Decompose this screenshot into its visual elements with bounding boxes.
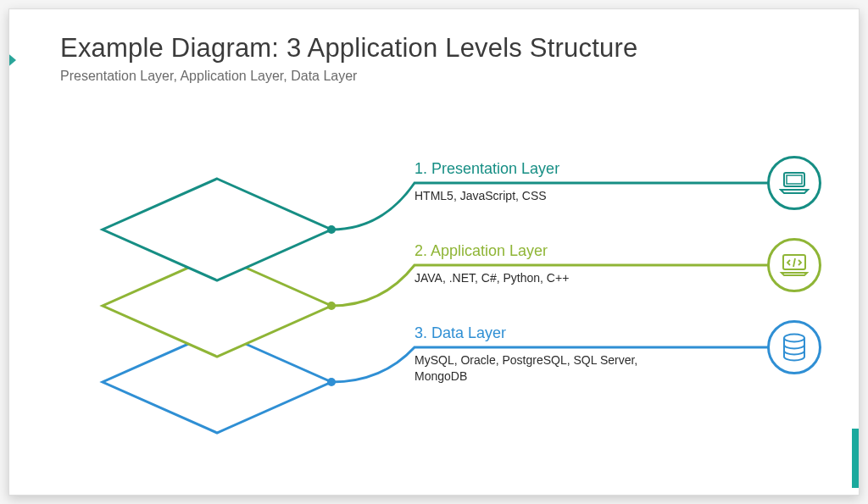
layer-diamond-data: [103, 331, 331, 433]
layer-name: Data Layer: [431, 324, 506, 341]
layer-title: 2. Application Layer: [415, 242, 804, 260]
slide-title: Example Diagram: 3 Application Levels St…: [60, 33, 808, 64]
connector-dot-presentation: [327, 225, 336, 234]
layer-entry-presentation: 1. Presentation Layer HTML5, JavaScript,…: [415, 160, 804, 204]
layer-desc: HTML5, JavaScript, CSS: [415, 188, 669, 204]
layer-desc: MySQL, Oracle, PostgreSQL, SQL Server, M…: [415, 352, 669, 385]
slide-subtitle: Presentation Layer, Application Layer, D…: [60, 69, 808, 84]
slide: Example Diagram: 3 Application Levels St…: [8, 8, 860, 496]
layer-number: 2.: [415, 242, 427, 259]
layer-title: 3. Data Layer: [415, 324, 804, 342]
layer-desc: JAVA, .NET, C#, Python, C++: [415, 270, 669, 286]
layer-name: Presentation Layer: [431, 160, 559, 177]
layer-icon-circle-presentation: [767, 156, 821, 210]
bottom-right-accent: [852, 429, 859, 488]
layer-entry-data: 3. Data Layer MySQL, Oracle, PostgreSQL,…: [415, 324, 804, 385]
laptop-icon: [779, 171, 810, 195]
connector-dot-data: [327, 378, 336, 386]
layer-diamond-presentation: [103, 179, 331, 280]
svg-rect-1: [787, 175, 802, 184]
database-icon: [781, 333, 808, 362]
header: Example Diagram: 3 Application Levels St…: [9, 9, 859, 91]
layer-diamond-application: [103, 255, 331, 357]
layer-icon-circle-data: [767, 320, 821, 374]
layer-icon-circle-application: [767, 238, 821, 292]
layer-number: 1.: [415, 160, 427, 177]
layer-number: 3.: [415, 324, 427, 341]
connector-dot-application: [327, 302, 336, 310]
layer-entry-application: 2. Application Layer JAVA, .NET, C#, Pyt…: [415, 242, 804, 286]
layer-title: 1. Presentation Layer: [415, 160, 804, 178]
svg-point-3: [784, 335, 804, 342]
layer-name: Application Layer: [431, 242, 548, 259]
code-laptop-icon: [779, 253, 810, 277]
